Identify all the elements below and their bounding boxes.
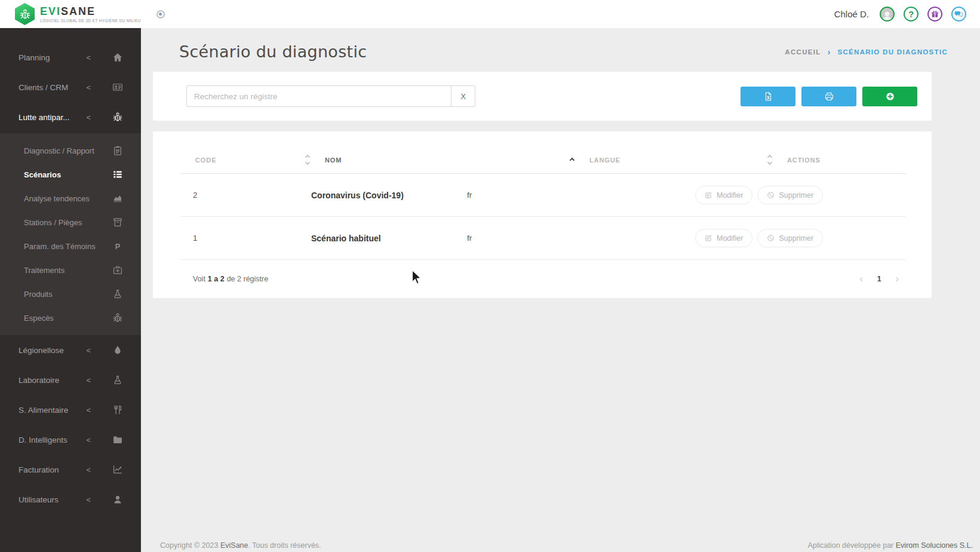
breadcrumb-current: SCÉNARIO DU DIAGNOSTIC — [838, 48, 948, 56]
table-panel: CODENOMLANGUEACTIONS 2Coronavirus (Covid… — [153, 131, 932, 298]
sidebar-subitem-label: Especès — [24, 314, 112, 323]
summary-prefix: Voit — [193, 275, 205, 283]
sidebar-subitem-param-des-t-moins[interactable]: Param. des TémoinsP — [0, 234, 141, 258]
sidebar-item-s-alimentaire[interactable]: S. Alimentaire< — [0, 395, 141, 425]
cell-langue: fr — [467, 234, 695, 243]
cell-actions: ModifierSupprimer — [695, 229, 906, 247]
edit-icon — [705, 234, 712, 242]
folder-icon — [112, 434, 123, 445]
sort-asc-icon — [570, 158, 574, 162]
sidebar-item-utilisateurs[interactable]: Utilisateurs< — [0, 484, 141, 514]
print-button[interactable] — [801, 87, 856, 106]
pagination: ‹ 1 › — [859, 274, 899, 284]
supprimer-button[interactable]: Supprimer — [757, 229, 823, 247]
user-avatar[interactable] — [880, 7, 895, 22]
sidebar-item-facturation[interactable]: Facturation< — [0, 455, 141, 484]
column-label: LANGUE — [589, 157, 620, 164]
page-head: Scénario du diagnostic ACCUEIL › SCÉNARI… — [153, 28, 980, 72]
sort-icon — [306, 155, 309, 164]
chat-button[interactable] — [951, 7, 966, 22]
prev-page-button[interactable]: ‹ — [859, 274, 862, 284]
copyright-suffix: . Tous droits réservés. — [248, 541, 321, 550]
modifier-button[interactable]: Modifier — [695, 229, 752, 247]
footer: Copyright © 2023 EviSane. Tous droits ré… — [141, 526, 980, 552]
sidebar-subitem-produits[interactable]: Produits — [0, 282, 141, 306]
sidebar-item-label: Laboratoire — [19, 376, 86, 385]
home-icon — [112, 52, 123, 63]
brand-name-secondary: SANE — [61, 5, 96, 17]
sidebar-subitem-label: Diagnostic / Rapport — [24, 146, 112, 155]
user-name[interactable]: Chloé D. — [834, 9, 869, 19]
list-icon — [112, 169, 123, 180]
drop-icon — [112, 345, 123, 355]
export-excel-button[interactable] — [741, 87, 795, 106]
plus-circle-icon — [885, 91, 895, 102]
gift-button[interactable] — [927, 7, 942, 22]
ban-icon — [767, 191, 775, 199]
sidebar-item-planning[interactable]: Planning< — [0, 42, 141, 72]
chevron-left-icon: < — [86, 465, 91, 474]
content-column: Scénario du diagnostic ACCUEIL › SCÉNARI… — [141, 28, 980, 552]
bug-logo-icon — [19, 8, 31, 20]
sidebar-item-clients-crm[interactable]: Clients / CRM< — [0, 72, 141, 102]
sort-icon — [768, 155, 772, 164]
brand-hexagon — [15, 3, 35, 25]
sidebar-item-label: Clients / CRM — [19, 83, 86, 92]
cell-nom: Scénario habituel — [311, 234, 467, 243]
question-icon: ? — [908, 9, 914, 19]
letter-p-icon: P — [112, 241, 123, 252]
breadcrumb-home[interactable]: ACCUEIL — [785, 48, 821, 56]
developer-link[interactable]: Evirom Soluciones S.L. — [896, 541, 973, 550]
brand-logo[interactable]: EVISANE LOGICIEL GLOBAL DE 3D ET HYGIÈNE… — [0, 3, 141, 25]
sidebar-subitem-espec-s[interactable]: Especès — [0, 306, 141, 330]
archive-icon — [112, 217, 123, 228]
flask-icon — [112, 375, 123, 385]
chevron-left-icon: < — [86, 53, 91, 62]
sidebar-subitem-diagnostic-rapport[interactable]: Diagnostic / Rapport — [0, 139, 141, 162]
shell: Planning<Clients / CRM<Lutte antipar...<… — [0, 28, 980, 552]
supprimer-label: Supprimer — [779, 234, 813, 243]
breadcrumb: ACCUEIL › SCÉNARIO DU DIAGNOSTIC — [785, 47, 948, 57]
sidebar-item-d-intelligents[interactable]: D. Intelligents< — [0, 425, 141, 455]
cell-code: 1 — [181, 234, 311, 243]
sidebar-submenu: Diagnostic / RapportScénariosAnalyse ten… — [0, 133, 141, 335]
chart-line-icon — [112, 464, 123, 475]
ban-icon — [767, 234, 775, 242]
sidebar-item-l-gionellose[interactable]: Légionellose< — [0, 335, 141, 365]
sidebar-subitem-label: Produits — [24, 290, 112, 299]
next-page-button[interactable]: › — [896, 274, 899, 284]
brand-text: EVISANE LOGICIEL GLOBAL DE 3D ET HYGIÈNE… — [40, 6, 141, 23]
footer-brand: EviSane — [220, 541, 248, 550]
flask-icon — [112, 289, 123, 299]
sidebar-subitem-sc-narios[interactable]: Scénarios — [0, 162, 141, 186]
clear-search-button[interactable]: X — [451, 85, 475, 107]
table-row: 1Scénario habituelfrModifierSupprimer — [181, 217, 906, 260]
sidebar-item-label: Utilisateurs — [19, 495, 86, 504]
sidebar-item-laboratoire[interactable]: Laboratoire< — [0, 365, 141, 395]
modifier-label: Modifier — [717, 234, 743, 243]
credit-prefix: Aplication développée par — [807, 541, 893, 550]
chevron-left-icon: < — [86, 406, 91, 415]
edit-icon — [705, 191, 712, 199]
excel-file-icon — [763, 91, 773, 102]
developer-credit: Aplication développée par Evirom Solucio… — [807, 541, 973, 550]
search-input[interactable] — [186, 85, 451, 107]
sidebar-subitem-label: Analyse tendences — [24, 194, 112, 203]
help-button[interactable]: ? — [904, 7, 918, 22]
target-icon[interactable] — [156, 10, 165, 19]
sidebar-subitem-stations-pi-ges[interactable]: Stations / Pièges — [0, 210, 141, 234]
sidebar-subitem-analyse-tendences[interactable]: Analyse tendences — [0, 186, 141, 210]
results-summary: Voit 1 a 2 de 2 régistre — [193, 275, 268, 283]
sidebar-subitem-traitements[interactable]: Traitements — [0, 258, 141, 282]
supprimer-label: Supprimer — [779, 191, 813, 200]
supprimer-button[interactable]: Supprimer — [757, 186, 823, 204]
column-header-code[interactable]: CODE — [181, 155, 325, 164]
area-chart-icon — [112, 193, 123, 204]
add-button[interactable] — [862, 87, 917, 106]
modifier-button[interactable]: Modifier — [695, 186, 752, 204]
column-header-nom[interactable]: NOM — [325, 157, 589, 164]
current-page[interactable]: 1 — [877, 275, 881, 283]
chevron-left-icon: < — [86, 83, 91, 92]
column-header-langue[interactable]: LANGUE — [589, 155, 787, 164]
sidebar-item-lutte-antipar[interactable]: Lutte antipar...< — [0, 102, 141, 132]
